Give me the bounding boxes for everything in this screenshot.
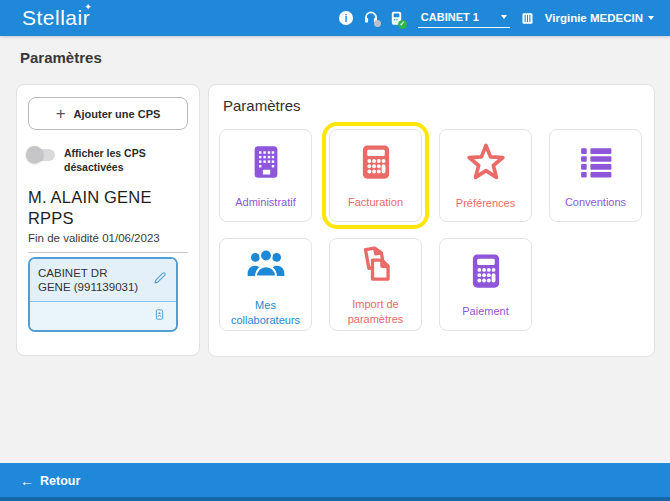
tile-label: Paiement	[459, 304, 511, 318]
add-cps-button[interactable]: + Ajouter une CPS	[28, 97, 188, 130]
star-icon	[464, 140, 508, 188]
cabinet-secondary-row[interactable]	[30, 301, 176, 330]
cps-validity: Fin de validité 01/06/2023	[28, 232, 188, 244]
show-disabled-cps-row: Afficher les CPS désactivées	[28, 147, 188, 174]
tile-label: Mes collaborateurs	[220, 298, 311, 327]
id-badge-icon[interactable]	[152, 307, 167, 326]
tile-label: Administratif	[232, 195, 299, 209]
card-reader-status-icon[interactable]: ✓	[389, 10, 404, 27]
copy-icon	[355, 243, 397, 289]
tiles-grid: Administratif Facturation Préférences Co…	[219, 129, 654, 331]
tile-mes-collaborateurs[interactable]: Mes collaborateurs	[219, 238, 312, 331]
tile-paiement[interactable]: Paiement	[439, 238, 532, 331]
edit-icon[interactable]	[152, 270, 168, 290]
back-arrow-icon: ←	[20, 473, 34, 489]
user-name: Virginie MEDECIN	[545, 12, 643, 24]
tile-label: Import de paramètres	[330, 297, 421, 326]
tile-preferences[interactable]: Préférences	[439, 129, 532, 222]
cabinet-box: CABINET DR GENE (991139031)	[28, 257, 178, 333]
stellair-logo: Stellair✦	[22, 6, 90, 30]
reader-ok-badge: ✓	[398, 20, 407, 29]
tile-import-de-parametres[interactable]: Import de paramètres	[329, 238, 422, 331]
info-icon[interactable]: i	[339, 11, 353, 25]
sparkle-icon: ✦	[84, 2, 92, 12]
calculator-icon	[465, 250, 507, 296]
logo-text: Stellair	[22, 6, 90, 29]
tile-conventions[interactable]: Conventions	[549, 129, 642, 222]
back-label: Retour	[40, 474, 80, 488]
cabinet-name: CABINET DR GENE (991139031)	[38, 266, 142, 296]
app-root: Stellair✦ i ✓ CABINET 1 Virginie MEDECIN	[0, 0, 670, 501]
chevron-down-icon	[648, 16, 654, 20]
cps-holder-name: M. ALAIN GENE RPPS	[28, 187, 168, 228]
tile-label: Facturation	[345, 195, 406, 209]
plus-icon: +	[56, 105, 66, 122]
topbar-actions: i ✓ CABINET 1 Virginie MEDECIN	[339, 9, 654, 28]
add-cps-label: Ajouter une CPS	[74, 108, 161, 120]
page-title: Paramètres	[20, 49, 102, 66]
calculator-icon	[355, 141, 397, 187]
list-icon	[575, 141, 617, 187]
cabinet-select[interactable]: CABINET 1	[418, 9, 510, 28]
people-icon	[244, 242, 288, 290]
tile-administratif[interactable]: Administratif	[219, 129, 312, 222]
cabinet-select-value: CABINET 1	[421, 11, 479, 23]
cps-card-icon	[520, 11, 535, 26]
tile-label: Conventions	[562, 195, 629, 209]
top-bar: Stellair✦ i ✓ CABINET 1 Virginie MEDECIN	[0, 0, 670, 36]
building-icon	[245, 141, 287, 187]
cps-sidebar-card: + Ajouter une CPS Afficher les CPS désac…	[16, 84, 200, 356]
toggle-knob	[26, 146, 43, 163]
back-button[interactable]: ← Retour	[20, 473, 80, 489]
divider	[28, 252, 188, 253]
chevron-down-icon	[501, 15, 507, 19]
tile-facturation[interactable]: Facturation	[329, 129, 422, 222]
user-menu[interactable]: Virginie MEDECIN	[545, 12, 654, 24]
panel-title: Paramètres	[223, 97, 654, 114]
toggle-label: Afficher les CPS désactivées	[64, 147, 159, 174]
tile-label: Préférences	[453, 196, 518, 210]
assistance-status-icon[interactable]	[363, 10, 379, 26]
offline-status-dot	[374, 20, 381, 27]
show-disabled-cps-toggle[interactable]	[28, 149, 55, 161]
bottom-strip	[0, 497, 670, 501]
parameters-panel: Paramètres Administratif Facturation Pré…	[208, 84, 655, 357]
bottom-bar: ← Retour	[0, 463, 670, 501]
cabinet-row[interactable]: CABINET DR GENE (991139031)	[30, 259, 176, 302]
